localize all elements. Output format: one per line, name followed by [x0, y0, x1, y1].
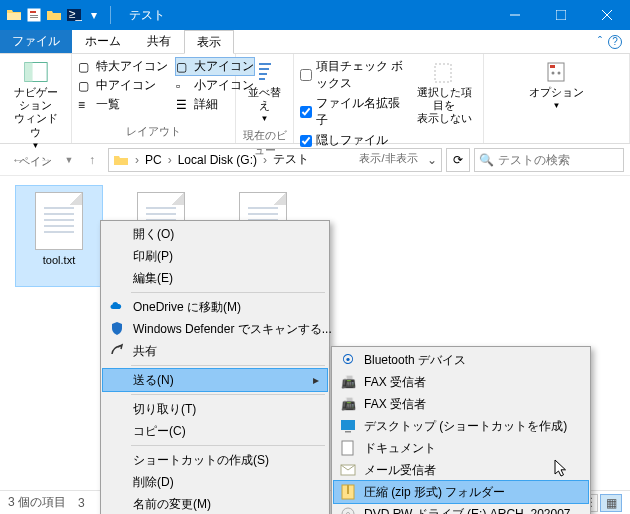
- zip-icon: [340, 484, 356, 500]
- sendto-zip[interactable]: 圧縮 (zip 形式) フォルダー: [334, 481, 588, 503]
- back-button[interactable]: ←: [6, 148, 30, 172]
- svg-rect-23: [342, 441, 353, 455]
- sendto-bluetooth[interactable]: ⦿Bluetooth デバイス: [334, 349, 588, 371]
- onedrive-icon: [109, 299, 125, 315]
- close-button[interactable]: [584, 0, 630, 30]
- file-name: tool.txt: [43, 254, 75, 266]
- recent-dropdown[interactable]: ▼: [62, 148, 76, 172]
- folder-icon: [6, 7, 22, 23]
- sendto-desktop[interactable]: デスクトップ (ショートカットを作成): [334, 415, 588, 437]
- group-label-layout: レイアウト: [78, 124, 229, 139]
- ctx-print[interactable]: 印刷(P): [103, 245, 327, 267]
- status-selection: 3: [78, 496, 85, 510]
- disc-icon: [340, 506, 356, 514]
- svg-point-19: [551, 72, 554, 75]
- sort-button[interactable]: 並べ替え ▼: [242, 58, 287, 126]
- checkbox-item-checkboxes[interactable]: 項目チェック ボックス: [300, 58, 404, 92]
- mail-icon: [340, 462, 356, 478]
- ctx-cut[interactable]: 切り取り(T): [103, 398, 327, 420]
- search-icon: 🔍: [479, 153, 494, 167]
- fax-icon: 📠: [340, 374, 356, 390]
- crumb-folder[interactable]: テスト: [273, 151, 309, 168]
- hide-icon: [432, 60, 456, 84]
- search-input[interactable]: [498, 153, 619, 167]
- ctx-copy[interactable]: コピー(C): [103, 420, 327, 442]
- search-box[interactable]: 🔍: [474, 148, 624, 172]
- titlebar: ≥_ ▾ テスト: [0, 0, 630, 30]
- svg-text:≥_: ≥_: [69, 7, 82, 21]
- sendto-mail[interactable]: メール受信者: [334, 459, 588, 481]
- qat-properties-icon[interactable]: [26, 7, 42, 23]
- desktop-icon: [340, 418, 356, 434]
- refresh-button[interactable]: ⟳: [446, 148, 470, 172]
- forward-button[interactable]: →: [34, 148, 58, 172]
- qat-terminal-icon[interactable]: ≥_: [66, 7, 82, 23]
- address-bar: ← → ▼ ↑ › PC › Local Disk (G:) › テスト ⌄ ⟳…: [0, 144, 630, 176]
- tab-home[interactable]: ホーム: [72, 30, 134, 53]
- status-item-count: 3 個の項目: [8, 494, 66, 511]
- sendto-dvd[interactable]: DVD RW ドライブ (E:) ARCH_202007: [334, 503, 588, 514]
- context-menu: 開く(O) 印刷(P) 編集(E) OneDrive に移動(M) Window…: [100, 220, 330, 514]
- ctx-delete[interactable]: 削除(D): [103, 471, 327, 493]
- checkbox-hidden-files[interactable]: 隠しファイル: [300, 132, 404, 149]
- svg-rect-22: [345, 431, 351, 433]
- svg-rect-3: [30, 17, 38, 18]
- svg-rect-16: [435, 64, 451, 82]
- svg-rect-2: [30, 15, 38, 16]
- sendto-fax2[interactable]: 📠FAX 受信者: [334, 393, 588, 415]
- crumb-pc[interactable]: PC: [145, 153, 162, 167]
- maximize-button[interactable]: [538, 0, 584, 30]
- qat-folder-icon[interactable]: [46, 7, 62, 23]
- up-button[interactable]: ↑: [80, 148, 104, 172]
- document-icon: [340, 440, 356, 456]
- icons-view-button[interactable]: ▦: [600, 494, 622, 512]
- ribbon-tabs: ファイル ホーム 共有 表示 ˆ ?: [0, 30, 630, 54]
- ctx-onedrive[interactable]: OneDrive に移動(M): [103, 296, 327, 318]
- options-icon: [545, 60, 569, 84]
- nav-pane-icon: [24, 60, 48, 84]
- help-icon[interactable]: ?: [608, 35, 622, 49]
- fax-icon: 📠: [340, 396, 356, 412]
- navigation-pane-button[interactable]: ナビゲーション ウィンドウ ▼: [6, 58, 65, 152]
- address-box[interactable]: › PC › Local Disk (G:) › テスト ⌄: [108, 148, 442, 172]
- tab-share[interactable]: 共有: [134, 30, 184, 53]
- text-file-icon: [35, 192, 83, 250]
- shield-icon: [109, 321, 125, 337]
- options-button[interactable]: オプション ▼: [490, 58, 623, 113]
- minimize-button[interactable]: [492, 0, 538, 30]
- ctx-open[interactable]: 開く(O): [103, 223, 327, 245]
- submenu-arrow-icon: ▸: [313, 373, 319, 387]
- address-dropdown-icon[interactable]: ⌄: [427, 153, 437, 167]
- crumb-drive[interactable]: Local Disk (G:): [178, 153, 257, 167]
- ctx-share[interactable]: 共有: [103, 340, 327, 362]
- share-icon: [109, 343, 125, 359]
- checkbox-file-extensions[interactable]: ファイル名拡張子: [300, 95, 404, 129]
- ribbon: ナビゲーション ウィンドウ ▼ ペイン ▢特大アイコン ▢大アイコン ▢中アイコ…: [0, 54, 630, 144]
- svg-rect-7: [556, 10, 566, 20]
- ctx-shortcut[interactable]: ショートカットの作成(S): [103, 449, 327, 471]
- layout-gallery[interactable]: ▢特大アイコン ▢大アイコン ▢中アイコン ▫小アイコン ≡一覧 ☰詳細: [78, 58, 229, 113]
- sendto-fax1[interactable]: 📠FAX 受信者: [334, 371, 588, 393]
- hide-selected-button[interactable]: 選択した項目を 表示しない: [412, 58, 477, 128]
- tab-file[interactable]: ファイル: [0, 30, 72, 53]
- svg-rect-18: [550, 65, 555, 68]
- window-title: テスト: [121, 7, 492, 24]
- ctx-rename[interactable]: 名前の変更(M): [103, 493, 327, 514]
- sendto-documents[interactable]: ドキュメント: [334, 437, 588, 459]
- ctx-sendto[interactable]: 送る(N)▸: [103, 369, 327, 391]
- svg-rect-1: [30, 11, 36, 13]
- ribbon-collapse-icon[interactable]: ˆ: [598, 35, 602, 49]
- svg-point-20: [557, 72, 560, 75]
- sort-icon: [253, 60, 277, 84]
- svg-rect-21: [341, 420, 355, 430]
- file-item[interactable]: tool.txt: [16, 186, 102, 286]
- folder-icon: [113, 152, 129, 168]
- bluetooth-icon: ⦿: [340, 352, 356, 368]
- svg-rect-11: [24, 63, 32, 82]
- qat-dropdown-icon[interactable]: ▾: [86, 7, 102, 23]
- ctx-defender[interactable]: Windows Defender でスキャンする...: [103, 318, 327, 340]
- tab-view[interactable]: 表示: [184, 30, 234, 54]
- ctx-edit[interactable]: 編集(E): [103, 267, 327, 289]
- sendto-submenu: ⦿Bluetooth デバイス 📠FAX 受信者 📠FAX 受信者 デスクトップ…: [331, 346, 591, 514]
